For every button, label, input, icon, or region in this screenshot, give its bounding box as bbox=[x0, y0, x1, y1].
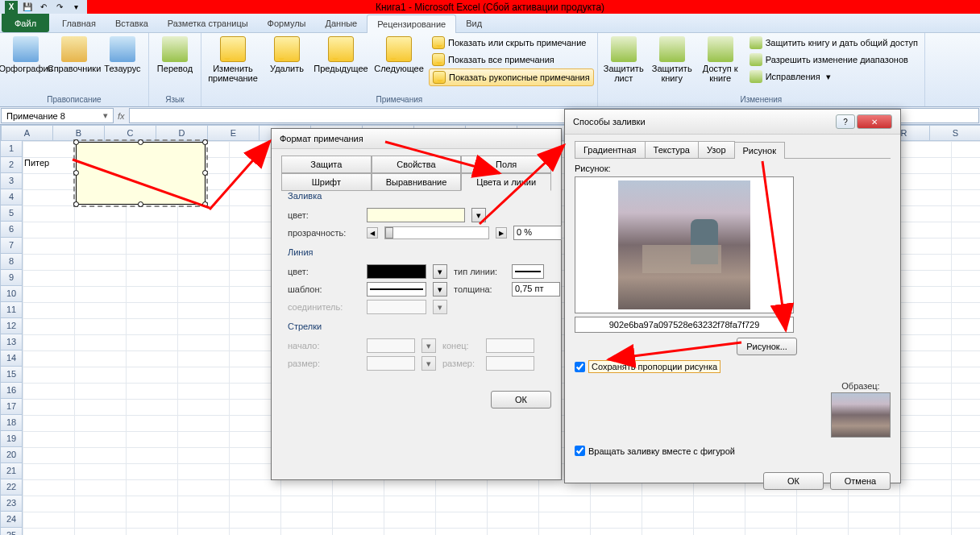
fe-tab-pattern[interactable]: Узор bbox=[698, 141, 735, 158]
cell-a2[interactable]: Питер bbox=[24, 158, 49, 168]
save-icon[interactable]: 💾 bbox=[21, 1, 34, 14]
col-header-S[interactable]: S bbox=[930, 125, 980, 141]
name-box[interactable]: Примечание 8▾ bbox=[1, 108, 114, 123]
tab-data[interactable]: Данные bbox=[315, 14, 367, 32]
row-header-5[interactable]: 5 bbox=[0, 205, 23, 222]
dialog-help-button[interactable]: ? bbox=[836, 114, 855, 129]
fe-tab-picture[interactable]: Рисунок bbox=[734, 142, 786, 159]
row-header-22[interactable]: 22 bbox=[0, 479, 23, 496]
row-header-9[interactable]: 9 bbox=[0, 270, 23, 286]
dlg-tab-colors[interactable]: Цвета и линии bbox=[461, 173, 551, 191]
fill-ok-button[interactable]: ОК bbox=[763, 472, 824, 490]
protect-sheet-button[interactable]: Защитить лист bbox=[601, 35, 646, 85]
format-dialog-titlebar[interactable]: Формат примечания bbox=[272, 129, 561, 149]
thesaurus-button[interactable]: Тезаурус bbox=[100, 35, 145, 75]
line-type-combo[interactable] bbox=[512, 264, 544, 279]
tab-insert[interactable]: Вставка bbox=[106, 14, 158, 32]
translate-button[interactable]: Перевод bbox=[152, 35, 197, 75]
fe-tab-texture[interactable]: Текстура bbox=[645, 141, 699, 158]
row-header-4[interactable]: 4 bbox=[0, 189, 23, 205]
dlg-tab-margins[interactable]: Поля bbox=[461, 156, 551, 173]
row-header-20[interactable]: 20 bbox=[0, 447, 23, 463]
row-header-10[interactable]: 10 bbox=[0, 286, 23, 302]
prev-comment-button[interactable]: Предыдущее bbox=[313, 35, 369, 75]
next-comment-button[interactable]: Следующее bbox=[372, 35, 426, 75]
slider-thumb[interactable] bbox=[385, 227, 393, 238]
col-header-D[interactable]: D bbox=[156, 125, 208, 141]
row-header-14[interactable]: 14 bbox=[0, 350, 23, 367]
row-header-2[interactable]: 2 bbox=[0, 157, 23, 173]
col-header-A[interactable]: A bbox=[2, 125, 53, 141]
protect-workbook-button[interactable]: Защитить книгу bbox=[650, 35, 695, 85]
allow-ranges-button[interactable]: Разрешить изменение диапазонов bbox=[746, 52, 921, 68]
row-header-6[interactable]: 6 bbox=[0, 222, 23, 238]
research-button[interactable]: Справочники bbox=[52, 35, 97, 75]
row-header-8[interactable]: 8 bbox=[0, 254, 23, 270]
transparency-right-arrow[interactable]: ▶ bbox=[496, 227, 507, 238]
browse-picture-button[interactable]: Рисунок... bbox=[737, 338, 797, 355]
fill-color-dropdown[interactable]: ▾ bbox=[471, 208, 486, 222]
dlg-tab-props[interactable]: Свойства bbox=[372, 156, 462, 173]
show-ink-button[interactable]: Показать рукописные примечания bbox=[429, 68, 594, 86]
line-weight-input[interactable]: 0,75 пт bbox=[512, 282, 560, 297]
namebox-dropdown-icon[interactable]: ▾ bbox=[103, 110, 108, 121]
row-header-3[interactable]: 3 bbox=[0, 173, 23, 189]
fe-tab-gradient[interactable]: Градиентная bbox=[575, 141, 646, 158]
line-pattern-combo[interactable] bbox=[367, 282, 426, 297]
tab-formulas[interactable]: Формулы bbox=[258, 14, 316, 32]
rotate-fill-checkbox[interactable]: Вращать заливку вместе с фигурой bbox=[575, 446, 891, 456]
edit-comment-button[interactable]: Изменить примечание bbox=[205, 35, 261, 85]
show-hide-comment-button[interactable]: Показать или скрыть примечание bbox=[429, 35, 594, 51]
row-header-7[interactable]: 7 bbox=[0, 238, 23, 254]
tab-layout[interactable]: Разметка страницы bbox=[158, 14, 258, 32]
transparency-input[interactable]: 0 % bbox=[513, 226, 562, 240]
col-header-C[interactable]: C bbox=[105, 125, 156, 141]
arrow-size1-label: размер: bbox=[288, 359, 360, 368]
fill-color-swatch[interactable] bbox=[367, 208, 465, 222]
row-header-18[interactable]: 18 bbox=[0, 415, 23, 431]
dlg-tab-align[interactable]: Выравнивание bbox=[372, 173, 462, 191]
tab-home[interactable]: Главная bbox=[52, 14, 106, 32]
comment-box[interactable] bbox=[76, 142, 206, 205]
track-changes-button[interactable]: Исправления▾ bbox=[746, 68, 921, 85]
line-pattern-dropdown[interactable]: ▾ bbox=[433, 282, 447, 297]
qat-dropdown-icon[interactable]: ▾ bbox=[69, 1, 82, 14]
redo-icon[interactable]: ↷ bbox=[53, 1, 66, 14]
row-header-13[interactable]: 13 bbox=[0, 334, 23, 350]
row-header-15[interactable]: 15 bbox=[0, 367, 23, 383]
col-header-B[interactable]: B bbox=[53, 125, 105, 141]
line-color-dropdown[interactable]: ▾ bbox=[433, 264, 447, 279]
dlg-tab-font[interactable]: Шрифт bbox=[281, 173, 372, 191]
transparency-slider[interactable] bbox=[384, 226, 489, 239]
undo-icon[interactable]: ↶ bbox=[37, 1, 50, 14]
col-header-E[interactable]: E bbox=[208, 125, 260, 141]
row-header-11[interactable]: 11 bbox=[0, 302, 23, 318]
file-tab[interactable]: Файл bbox=[2, 14, 49, 32]
transparency-left-arrow[interactable]: ◀ bbox=[367, 227, 378, 238]
row-header-17[interactable]: 17 bbox=[0, 399, 23, 415]
row-header-21[interactable]: 21 bbox=[0, 463, 23, 479]
format-ok-button[interactable]: ОК bbox=[491, 391, 551, 409]
share-workbook-button[interactable]: Доступ к книге bbox=[698, 35, 743, 85]
ribbon: Орфография Справочники Тезаурус Правопис… bbox=[0, 33, 980, 107]
delete-comment-button[interactable]: Удалить bbox=[264, 35, 309, 75]
line-color-swatch[interactable] bbox=[367, 264, 426, 279]
spelling-button[interactable]: Орфография bbox=[3, 35, 48, 75]
row-header-12[interactable]: 12 bbox=[0, 318, 23, 334]
fill-cancel-button[interactable]: Отмена bbox=[830, 472, 891, 490]
protect-share-button[interactable]: Защитить книгу и дать общий доступ bbox=[746, 35, 921, 51]
row-header-25[interactable]: 25 bbox=[0, 528, 23, 535]
row-header-19[interactable]: 19 bbox=[0, 431, 23, 447]
lock-aspect-checkbox[interactable]: Сохранять пропорции рисунка bbox=[575, 360, 891, 373]
fx-icon[interactable]: fx bbox=[118, 111, 125, 121]
row-header-23[interactable]: 23 bbox=[0, 496, 23, 512]
row-header-16[interactable]: 16 bbox=[0, 383, 23, 399]
tab-review[interactable]: Рецензирование bbox=[367, 15, 456, 33]
fill-dialog-titlebar[interactable]: Способы заливки ? ✕ bbox=[565, 110, 900, 135]
tab-view[interactable]: Вид bbox=[456, 14, 492, 32]
dialog-close-button[interactable]: ✕ bbox=[857, 114, 892, 129]
show-all-comments-button[interactable]: Показать все примечания bbox=[429, 52, 594, 68]
dlg-tab-protect[interactable]: Защита bbox=[281, 156, 372, 173]
row-header-1[interactable]: 1 bbox=[0, 141, 23, 157]
row-header-24[interactable]: 24 bbox=[0, 512, 23, 528]
